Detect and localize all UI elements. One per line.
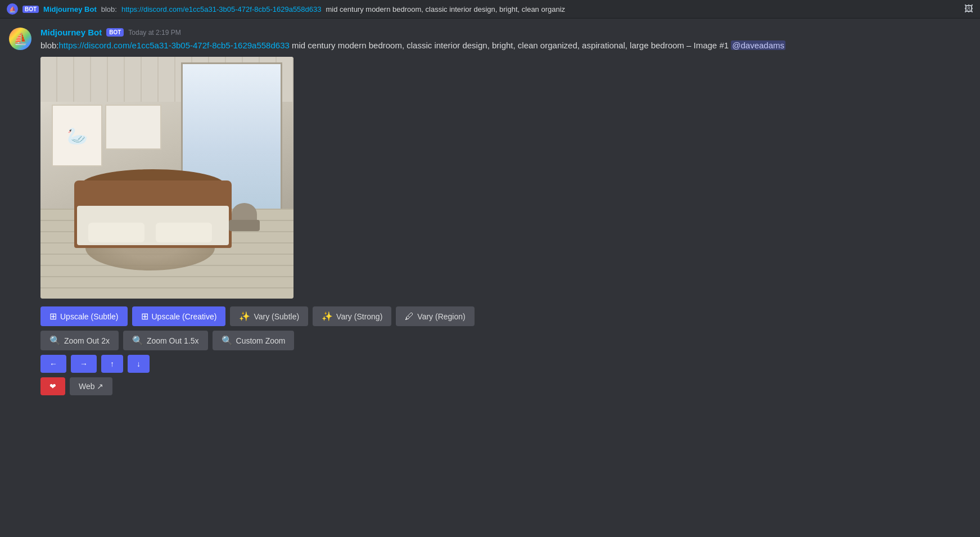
buttons-row-4: ❤ Web ↗ bbox=[40, 377, 971, 395]
top-bot-avatar: ⛵ bbox=[7, 3, 18, 15]
vary-strong-button[interactable]: ✨ Vary (Strong) bbox=[313, 306, 391, 326]
chair bbox=[226, 203, 260, 242]
top-bot-tag: BOT bbox=[22, 6, 39, 13]
arrow-left-button[interactable]: ← bbox=[40, 355, 66, 373]
heart-icon: ❤ bbox=[49, 382, 56, 391]
zoom-out-2x-button[interactable]: 🔍 Zoom Out 2x bbox=[40, 331, 119, 350]
message-header: Midjourney Bot BOT Today at 2:19 PM bbox=[40, 28, 971, 37]
upscale-subtle-icon: ⊞ bbox=[49, 311, 57, 322]
top-bot-name: Midjourney Bot bbox=[43, 5, 97, 13]
vary-region-button[interactable]: 🖊 Vary (Region) bbox=[396, 306, 474, 326]
top-notification-bar: ⛵ BOT Midjourney Bot blob:https://discor… bbox=[0, 0, 980, 19]
upscale-creative-icon: ⊞ bbox=[141, 311, 148, 322]
message-container: ⛵ Midjourney Bot BOT Today at 2:19 PM bl… bbox=[0, 19, 980, 409]
vary-subtle-icon: ✨ bbox=[239, 311, 250, 322]
mention[interactable]: @daveadams bbox=[731, 40, 785, 50]
vary-strong-label: Vary (Strong) bbox=[336, 312, 382, 321]
arrow-down-button[interactable]: ↓ bbox=[128, 355, 150, 373]
pillow-left bbox=[88, 223, 144, 242]
custom-zoom-label: Custom Zoom bbox=[236, 336, 286, 345]
vary-region-icon: 🖊 bbox=[405, 312, 414, 322]
image-number: – Image #1 bbox=[687, 40, 729, 50]
upscale-subtle-label: Upscale (Subtle) bbox=[60, 312, 119, 321]
arrow-left-icon: ← bbox=[49, 359, 57, 368]
description: mid century modern bedroom, classic inte… bbox=[292, 40, 684, 50]
bedroom-scene: 🦢 bbox=[40, 57, 293, 299]
vary-strong-icon: ✨ bbox=[322, 311, 333, 322]
top-blob-text: blob: bbox=[101, 5, 117, 13]
pillow-right bbox=[156, 223, 212, 242]
top-image-icon: 🖼 bbox=[964, 4, 973, 14]
bed-frame bbox=[74, 180, 232, 248]
message-body: Midjourney Bot BOT Today at 2:19 PM blob… bbox=[40, 28, 971, 400]
zoom-out-1-5x-button[interactable]: 🔍 Zoom Out 1.5x bbox=[123, 331, 208, 350]
message-text: blob:https://discord.com/e1cc5a31-3b05-4… bbox=[40, 39, 971, 51]
vary-subtle-label: Vary (Subtle) bbox=[254, 312, 299, 321]
generated-image[interactable]: 🦢 bbox=[40, 57, 293, 299]
avatar: ⛵ bbox=[9, 28, 31, 50]
chair-seat bbox=[229, 220, 260, 231]
artwork-right bbox=[105, 105, 161, 150]
avatar-icon: ⛵ bbox=[13, 32, 28, 46]
bot-name: Midjourney Bot bbox=[40, 28, 102, 37]
arrow-right-icon: → bbox=[80, 359, 88, 368]
buttons-row-2: 🔍 Zoom Out 2x 🔍 Zoom Out 1.5x 🔍 Custom Z… bbox=[40, 331, 971, 350]
top-preview-text: mid century modern bedroom, classic inte… bbox=[326, 5, 566, 13]
vary-subtle-button[interactable]: ✨ Vary (Subtle) bbox=[230, 306, 308, 326]
arrow-up-button[interactable]: ↑ bbox=[101, 355, 123, 373]
vary-region-label: Vary (Region) bbox=[417, 312, 465, 321]
buttons-row-1: ⊞ Upscale (Subtle) ⊞ Upscale (Creative) … bbox=[40, 306, 971, 326]
zoom-out-1-5x-label: Zoom Out 1.5x bbox=[147, 336, 199, 345]
zoom-out-2x-label: Zoom Out 2x bbox=[64, 336, 110, 345]
top-blob-link[interactable]: https://discord.com/e1cc5a31-3b05-472f-8… bbox=[121, 5, 322, 13]
blob-prefix: blob: bbox=[40, 40, 59, 50]
blob-link[interactable]: https://discord.com/e1cc5a31-3b05-472f-8… bbox=[59, 40, 290, 50]
upscale-creative-label: Upscale (Creative) bbox=[152, 312, 217, 321]
arrow-down-icon: ↓ bbox=[137, 359, 141, 368]
zoom-out-1-5x-icon: 🔍 bbox=[132, 335, 143, 346]
artwork-left: 🦢 bbox=[52, 105, 102, 166]
buttons-row-3: ← → ↑ ↓ bbox=[40, 355, 971, 373]
arrow-right-button[interactable]: → bbox=[71, 355, 97, 373]
custom-zoom-button[interactable]: 🔍 Custom Zoom bbox=[213, 331, 295, 350]
zoom-out-2x-icon: 🔍 bbox=[49, 335, 61, 346]
arrow-up-icon: ↑ bbox=[110, 359, 114, 368]
heart-button[interactable]: ❤ bbox=[40, 377, 65, 395]
mattress bbox=[77, 206, 229, 245]
web-button[interactable]: Web ↗ bbox=[70, 377, 112, 395]
upscale-creative-button[interactable]: ⊞ Upscale (Creative) bbox=[132, 306, 226, 326]
web-label: Web ↗ bbox=[79, 382, 103, 391]
timestamp: Today at 2:19 PM bbox=[128, 29, 180, 37]
bed bbox=[74, 169, 232, 248]
upscale-subtle-button[interactable]: ⊞ Upscale (Subtle) bbox=[40, 306, 128, 326]
custom-zoom-icon: 🔍 bbox=[222, 335, 233, 346]
bot-tag: BOT bbox=[106, 28, 124, 37]
